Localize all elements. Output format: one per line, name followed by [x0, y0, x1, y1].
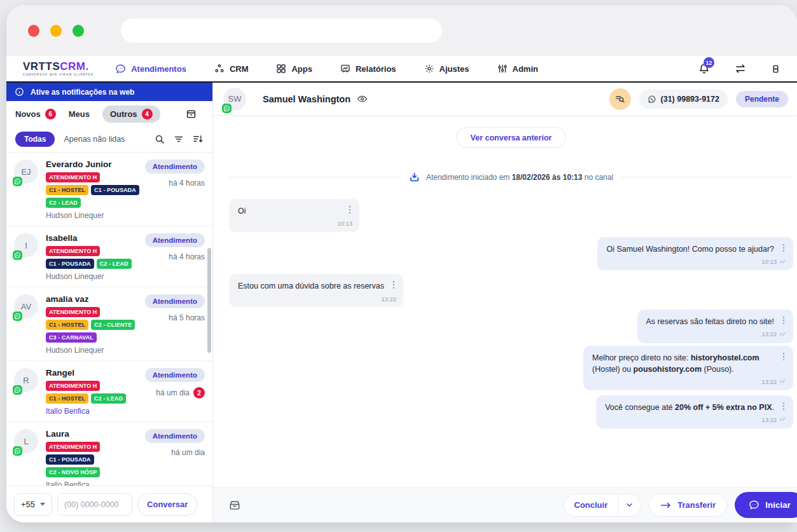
tab-meus[interactable]: Meus	[69, 109, 90, 119]
tab-novos-badge: 6	[45, 109, 56, 119]
session-divider-text: Atendimento iniciado em 18/02/2026 às 10…	[426, 173, 613, 182]
message-text: As reservas são feitas direto no site!	[646, 317, 774, 326]
message-text: Oi	[238, 207, 246, 215]
conversation-item-rangel[interactable]: RRangelATENDIMENTO HC1 - HOSTELC2 - LEAD…	[6, 361, 212, 422]
tag-c1-hostel: C1 - HOSTEL	[46, 393, 88, 404]
traffic-lights	[28, 25, 84, 37]
tag-c2-cliente: C2 - CLIENTE	[91, 320, 135, 330]
browser-window: VRTTSCRM. CONVERSAS QUE VIRAM CLIENTES A…	[6, 5, 797, 522]
tag-list: ATENDIMENTO HC1 - HOSTELC1 - POUSADAC2 -…	[46, 172, 144, 208]
read-receipt-icon: ✓✓	[779, 415, 786, 425]
chat-panel: SW Samuel Washington (31) 99893-9172 Pen…	[213, 83, 797, 522]
unread-count-badge: 2	[193, 387, 205, 399]
contact-avatar: R	[14, 368, 38, 392]
tag-c2-lead: C2 - LEAD	[97, 259, 132, 269]
contact-avatar[interactable]: SW	[223, 88, 246, 111]
last-message-time: há 4 horas	[169, 179, 205, 188]
side-panel-icon[interactable]	[771, 64, 780, 74]
transfer-button[interactable]: Transferir	[649, 494, 727, 517]
whatsapp-icon	[13, 446, 22, 456]
tab-outros-label: Outros	[110, 109, 137, 119]
chevron-down-icon	[40, 503, 45, 506]
conversation-item-everardo-junior[interactable]: EJEverardo JuniorATENDIMENTO HC1 - HOSTE…	[6, 153, 212, 226]
tag-list: ATENDIMENTO HC1 - HOSTELC2 - CLIENTEC3 -…	[46, 307, 144, 343]
arrow-right-icon	[660, 501, 672, 509]
conversation-item-isabella[interactable]: IIsabellaATENDIMENTO HC1 - POUSADAC2 - L…	[6, 226, 212, 287]
app-logo[interactable]: VRTTSCRM. CONVERSAS QUE VIRAM CLIENTES	[23, 61, 94, 77]
start-label: Iniciar	[765, 500, 791, 510]
conclude-button[interactable]: Concluir	[564, 494, 618, 516]
message-options-kebab-icon[interactable]	[779, 351, 789, 362]
drawer-box-icon[interactable]	[228, 500, 241, 511]
assigned-agent: Itallo Benfica	[46, 407, 144, 416]
nav-item-relatorios[interactable]: Relatórios	[340, 64, 396, 74]
transfer-arrows-icon[interactable]	[734, 64, 747, 74]
filter-unread-button[interactable]: Apenas não lidas	[64, 135, 146, 144]
nav-item-crm[interactable]: CRM	[214, 64, 249, 74]
tag-atendimento-h: ATENDIMENTO H	[46, 381, 100, 391]
notifications-bell-icon[interactable]: 12	[698, 63, 710, 74]
filter-all-button[interactable]: Todas	[15, 132, 55, 147]
country-code-select[interactable]: +55	[14, 493, 52, 516]
previous-conversation-button[interactable]: Ver conversa anterior	[456, 127, 567, 148]
tag-c1-hostel: C1 - HOSTEL	[46, 320, 88, 330]
conversation-status-badge: Atendimento	[145, 368, 205, 382]
tag-c1-pousada: C1 - POUSADA	[91, 185, 139, 195]
nav-item-atendimentos[interactable]: Atendimentos	[115, 64, 186, 74]
message-options-kebab-icon[interactable]	[779, 315, 789, 325]
conversation-item-amalia-vaz[interactable]: AVamalia vazATENDIMENTO HC1 - HOSTELC2 -…	[6, 287, 212, 361]
tab-novos[interactable]: Novos 6	[15, 109, 56, 119]
nav-item-apps[interactable]: Apps	[276, 64, 312, 74]
close-window-button[interactable]	[28, 25, 39, 37]
start-service-button[interactable]: Iniciar	[735, 492, 797, 518]
conversation-item-laura[interactable]: LLauraATENDIMENTO HC1 - POUSADAC2 - NOVO…	[6, 422, 212, 486]
nav-item-label: Relatórios	[356, 64, 396, 74]
archive-icon[interactable]	[186, 109, 197, 119]
list-filters: Todas Apenas não lidas	[6, 126, 212, 153]
filter-icon[interactable]	[174, 134, 184, 144]
sort-icon[interactable]	[193, 134, 204, 144]
phone-number-input[interactable]	[57, 493, 132, 516]
message-options-kebab-icon[interactable]	[389, 280, 399, 290]
outgoing-message: Melhor preço direto no site: historyhost…	[229, 346, 793, 390]
contact-phone[interactable]: (31) 99893-9172	[639, 90, 728, 109]
search-in-conversation-button[interactable]	[609, 88, 631, 110]
message-time: 13:22✓✓	[761, 377, 786, 386]
conversation-contact-name: amalia vaz	[46, 294, 144, 304]
message-text: Melhor preço direto no site: historyhost…	[592, 353, 759, 374]
read-receipt-icon: ✓✓	[779, 257, 786, 267]
message-options-kebab-icon[interactable]	[779, 243, 789, 253]
address-bar[interactable]	[121, 18, 442, 43]
chat-bubble-icon	[749, 500, 759, 510]
chat-header: SW Samuel Washington (31) 99893-9172 Pen…	[213, 83, 797, 116]
start-conversation-button[interactable]: Conversar	[137, 493, 197, 516]
assigned-agent: Hudson Linequer	[46, 211, 144, 220]
assigned-agent: Hudson Linequer	[46, 272, 144, 281]
conclude-options-chevron-icon[interactable]	[618, 494, 641, 516]
session-divider: Atendimento iniciado em 18/02/2026 às 10…	[229, 172, 793, 182]
minimize-window-button[interactable]	[50, 25, 62, 37]
web-notifications-banner[interactable]: Ative as notificações na web	[6, 83, 212, 101]
browser-chrome	[6, 5, 797, 56]
banner-text: Ative as notificações na web	[31, 88, 134, 97]
tab-outros[interactable]: Outros 4	[102, 106, 160, 123]
tag-c1-hostel: C1 - HOSTEL	[46, 185, 88, 195]
conversation-contact-name: Laura	[46, 429, 144, 439]
nav-item-admin[interactable]: Admin	[497, 64, 538, 74]
scrollbar-thumb[interactable]	[207, 248, 211, 353]
conversation-contact-name: Isabella	[46, 233, 144, 243]
notifications-badge: 12	[703, 57, 714, 68]
message-time: 10:13	[337, 219, 352, 228]
tag-atendimento-h: ATENDIMENTO H	[46, 246, 100, 256]
maximize-window-button[interactable]	[73, 25, 84, 37]
read-receipt-icon: ✓✓	[779, 377, 786, 386]
whatsapp-icon	[13, 385, 22, 395]
search-icon[interactable]	[155, 134, 165, 144]
message-options-kebab-icon[interactable]	[779, 401, 789, 411]
eye-icon[interactable]	[357, 95, 368, 103]
message-bubble: Estou com uma dúvida sobre as reservas13…	[229, 274, 403, 307]
nav-item-ajustes[interactable]: Ajustes	[424, 64, 469, 74]
app-navbar: VRTTSCRM. CONVERSAS QUE VIRAM CLIENTES A…	[6, 56, 797, 81]
message-options-kebab-icon[interactable]	[345, 205, 355, 215]
message-time: 13:22	[381, 295, 396, 304]
